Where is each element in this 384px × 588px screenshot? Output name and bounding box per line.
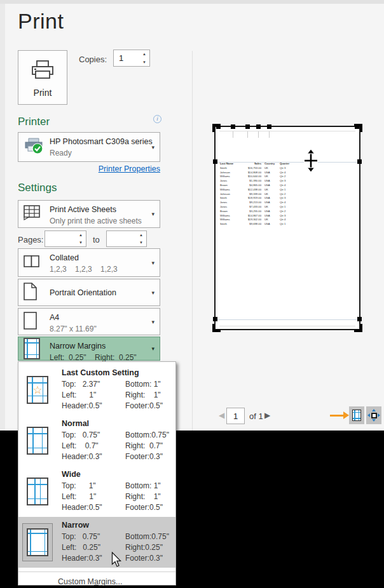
header-last-name: Last Name bbox=[220, 162, 243, 166]
cell-last-name: Johnson bbox=[220, 171, 243, 175]
copies-label: Copies: bbox=[79, 55, 107, 64]
bottom-margin-line[interactable] bbox=[216, 319, 359, 320]
margin-right-value: Right: 1" bbox=[125, 391, 163, 401]
custom-margins-label-end: rgins... bbox=[99, 577, 123, 586]
cell-sales: $14,867.00 bbox=[243, 214, 264, 218]
header-sales: Sales bbox=[243, 162, 264, 166]
cell-last-name: Williams bbox=[220, 175, 243, 179]
spinner-down-icon[interactable]: ▼ bbox=[76, 239, 86, 246]
cell-sales: $3,255.00 bbox=[243, 210, 264, 214]
chevron-down-icon: ▾ bbox=[151, 319, 154, 325]
spinner-up-icon[interactable]: ▲ bbox=[76, 231, 86, 239]
margin-left-value: Left: 1" bbox=[62, 391, 125, 401]
spinner-down-icon[interactable]: ▼ bbox=[136, 239, 146, 246]
column-handle[interactable] bbox=[231, 124, 235, 129]
margins-menu-item[interactable]: ☆ Normal Top: 0.75" Bottom:0.75" Left: 0… bbox=[18, 415, 175, 466]
margins-preset-title: Wide bbox=[62, 470, 81, 479]
table-row: Williams $14,867.00 USA Qtr 3 bbox=[220, 214, 296, 218]
cell-sales: $9,213.00 bbox=[243, 201, 264, 205]
table-row: Williams $10,644.00 UK Qtr 2 bbox=[220, 175, 296, 179]
margin-handle[interactable] bbox=[213, 159, 217, 164]
cell-country: USA bbox=[264, 184, 280, 188]
header-quarter: Quarter bbox=[280, 162, 296, 166]
pages-from-stepper[interactable]: ▲ ▼ bbox=[45, 231, 86, 247]
show-margins-button[interactable] bbox=[349, 406, 364, 424]
margins-preset-title: Narrow bbox=[62, 521, 89, 530]
spinner-up-icon[interactable]: ▲ bbox=[136, 231, 146, 239]
margins-preset-title: Normal bbox=[62, 419, 89, 428]
printer-status-icon bbox=[24, 137, 44, 157]
cell-quarter: Qtr 1 bbox=[280, 205, 296, 210]
cell-country: USA bbox=[264, 222, 280, 227]
printer-select[interactable]: HP Photosmart C309a series Ready ▾ bbox=[18, 132, 160, 162]
cell-last-name: Jones bbox=[220, 205, 243, 210]
current-page-input[interactable] bbox=[226, 408, 245, 424]
paper-size-select[interactable]: A4 8.27" x 11.69" ▾ bbox=[18, 308, 160, 335]
paper-size-subtitle: 8.27" x 11.69" bbox=[50, 324, 97, 333]
orientation-select[interactable]: Portrait Orientation ▾ bbox=[18, 279, 160, 306]
margins-dropdown-menu: ☆ Last Custom Setting Top: 2.37" Bottom:… bbox=[18, 361, 176, 585]
cell-country: UK bbox=[264, 218, 280, 222]
preview-table-header: Last Name Sales Country Quarter bbox=[220, 162, 296, 166]
margin-handle[interactable] bbox=[357, 317, 362, 321]
column-handle[interactable] bbox=[245, 124, 250, 129]
pages-to-stepper[interactable]: ▲ ▼ bbox=[106, 231, 147, 247]
print-button[interactable]: Print bbox=[18, 50, 67, 105]
copies-stepper[interactable]: 1 ▲ ▼ bbox=[113, 50, 150, 67]
column-handle[interactable] bbox=[267, 124, 271, 129]
header-margin-line[interactable] bbox=[219, 131, 355, 131]
cell-country: USA bbox=[264, 179, 280, 184]
margin-right-value: Right: 0.7" bbox=[125, 441, 169, 452]
copies-spinner-up-icon[interactable]: ▲ bbox=[139, 50, 149, 58]
printer-heading: Printer bbox=[18, 116, 50, 128]
column-handle[interactable] bbox=[355, 124, 359, 129]
margins-preset-title: Last Custom Setting bbox=[62, 368, 139, 377]
margin-right-value: Right: 1" bbox=[125, 492, 163, 503]
next-page-button[interactable]: ▶ bbox=[264, 411, 270, 420]
column-handle[interactable] bbox=[256, 124, 261, 129]
cell-quarter: Qtr 4 bbox=[280, 201, 296, 205]
footer-margin-line[interactable] bbox=[219, 326, 355, 326]
printer-properties-link[interactable]: Printer Properties bbox=[18, 164, 160, 173]
cell-last-name: Williams bbox=[220, 188, 243, 192]
collation-title: Collated bbox=[50, 253, 79, 262]
margin-top-value: Top: 2.37" bbox=[62, 380, 125, 391]
zoom-to-page-button[interactable] bbox=[366, 406, 381, 424]
cell-last-name: Williams bbox=[220, 214, 243, 218]
chevron-down-icon: ▾ bbox=[151, 260, 154, 266]
cell-sales: $10,644.00 bbox=[243, 175, 264, 179]
info-icon[interactable]: i bbox=[153, 115, 161, 123]
cell-last-name: Brown bbox=[220, 184, 243, 188]
cell-quarter: Qtr 1 bbox=[280, 222, 296, 227]
margin-footer-value: Footer:0.3" bbox=[125, 554, 169, 565]
margin-handle[interactable] bbox=[213, 317, 217, 321]
what-to-print-select[interactable]: Print Active Sheets Only print the activ… bbox=[18, 200, 160, 228]
margin-left-value: Left: 1" bbox=[62, 492, 125, 503]
margin-header-value: Header:0.5" bbox=[62, 401, 125, 412]
cell-quarter: Qtr 2 bbox=[280, 192, 296, 197]
column-handle[interactable] bbox=[216, 124, 221, 129]
margins-preset-icon: ☆ bbox=[22, 422, 53, 460]
margins-menu-item[interactable]: ☆ Wide Top: 1" Bottom: 1" Left: 1" Right… bbox=[18, 466, 175, 517]
margins-subtitle: Left: 0.25" Right: 0.25" bbox=[50, 353, 137, 362]
copies-spinner-down-icon[interactable]: ▼ bbox=[139, 58, 149, 67]
table-row: Brown $4,865.00 USA Qtr 4 bbox=[220, 184, 296, 188]
collation-select[interactable]: Collated 1,2,3 1,2,3 1,2,3 ▾ bbox=[18, 248, 160, 277]
margins-menu-item[interactable]: ☆ Narrow Top: 0.75" Bottom:0.75" Left: 0… bbox=[18, 517, 175, 568]
margin-bottom-value: Bottom:0.75" bbox=[125, 532, 169, 543]
what-to-print-subtitle: Only print the active sheets bbox=[50, 217, 142, 225]
margins-select[interactable]: Narrow Margins Left: 0.25" Right: 0.25" … bbox=[18, 337, 160, 361]
cell-quarter: Qtr 2 bbox=[280, 175, 296, 179]
corner-crop-mark[interactable] bbox=[212, 324, 221, 332]
top-band bbox=[0, 0, 384, 4]
margins-menu-item[interactable]: ☆ Last Custom Setting Top: 2.37" Bottom:… bbox=[18, 364, 175, 415]
star-icon: ☆ bbox=[28, 377, 47, 403]
corner-crop-mark[interactable] bbox=[354, 324, 362, 332]
cell-country: USA bbox=[264, 196, 280, 201]
margin-handle[interactable] bbox=[357, 159, 362, 164]
cell-sales: $1,390.00 bbox=[243, 179, 264, 184]
collated-icon bbox=[24, 255, 40, 271]
cell-sales: $9,339.00 bbox=[243, 192, 264, 197]
previous-page-button[interactable]: ◀ bbox=[219, 411, 224, 420]
custom-margins-item[interactable]: Custom Margins... bbox=[18, 572, 175, 588]
